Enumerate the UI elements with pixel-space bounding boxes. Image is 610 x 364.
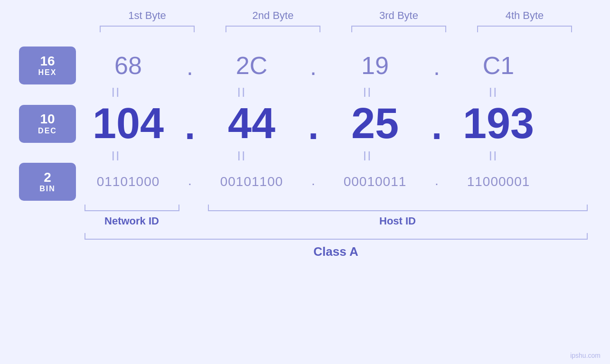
dec-base-name: DEC: [38, 127, 57, 135]
class-a-bracket: [84, 233, 588, 240]
eq1-1: ||: [69, 86, 164, 97]
dec-val-2: 44: [204, 99, 299, 148]
byte-headers: 1st Byte 2nd Byte 3rd Byte 4th Byte: [84, 9, 588, 22]
bin-val-1: 01101000: [81, 174, 176, 189]
dot-dec-1: .: [176, 103, 204, 145]
byte-label-4: 4th Byte: [472, 9, 577, 22]
host-bracket-container: [208, 205, 588, 211]
hex-val-3: 19: [328, 51, 422, 80]
eq2-2: ||: [195, 150, 290, 161]
dot-hex-1: .: [176, 51, 204, 81]
hex-val-1: 68: [81, 51, 176, 80]
eq1-3: ||: [320, 86, 415, 97]
hex-row: 16 HEX 68 . 2C . 19 . C1: [0, 47, 610, 84]
dec-val-1: 104: [81, 99, 176, 148]
byte-label-3: 3rd Byte: [347, 9, 451, 22]
dot-bin-2: .: [299, 173, 328, 191]
bin-base-name: BIN: [39, 185, 56, 193]
bracket-4: [477, 26, 572, 32]
dec-values: 104 . 44 . 25 . 193: [76, 99, 610, 148]
dec-row: 10 DEC 104 . 44 . 25 . 193: [0, 99, 610, 148]
hex-val-4: C1: [451, 51, 546, 80]
dot-dec-3: .: [422, 103, 451, 145]
dot-hex-2: .: [299, 51, 328, 81]
dec-base-number: 10: [40, 112, 55, 127]
hex-values: 68 . 2C . 19 . C1: [76, 51, 610, 81]
eq2-3: ||: [320, 150, 415, 161]
byte-label-2: 2nd Byte: [221, 9, 325, 22]
bin-row: 2 BIN 01101000 . 00101100 . 00010011 .: [0, 163, 610, 201]
eq2-1: ||: [69, 150, 164, 161]
bin-val-4: 11000001: [451, 174, 546, 189]
bin-val-3: 00010011: [328, 174, 422, 189]
network-bracket-container: [84, 205, 179, 211]
class-a-section: Class A: [84, 233, 588, 259]
hex-base-number: 16: [40, 54, 55, 69]
network-id-label: Network ID: [84, 215, 179, 227]
byte-label-1: 1st Byte: [95, 9, 199, 22]
equals-row-2: || || || ||: [54, 150, 557, 161]
dec-val-3: 25: [328, 99, 422, 148]
dec-val-4: 193: [451, 99, 546, 148]
eq1-4: ||: [446, 86, 541, 97]
dec-badge: 10 DEC: [19, 105, 76, 143]
top-brackets: [84, 26, 588, 32]
watermark: ipshu.com: [570, 352, 601, 359]
id-labels-row: Network ID Host ID: [84, 215, 588, 227]
host-id-label: Host ID: [208, 215, 588, 227]
bracket-2: [225, 26, 320, 32]
hex-badge: 16 HEX: [19, 47, 76, 84]
dot-dec-2: .: [299, 103, 328, 145]
bracket-1: [100, 26, 195, 32]
dot-hex-3: .: [422, 51, 451, 81]
host-id-bracket: [208, 205, 588, 211]
bin-base-number: 2: [44, 170, 51, 185]
dot-bin-3: .: [422, 173, 451, 191]
network-id-bracket: [84, 205, 179, 211]
bin-values: 01101000 . 00101100 . 00010011 . 1100000…: [76, 173, 610, 191]
dot-bin-1: .: [176, 173, 204, 191]
bin-badge: 2 BIN: [19, 163, 76, 201]
eq2-4: ||: [446, 150, 541, 161]
equals-row-1: || || || ||: [54, 86, 557, 97]
hex-base-name: HEX: [38, 68, 57, 77]
bin-val-2: 00101100: [204, 174, 299, 189]
bottom-bracket-row: [84, 205, 588, 211]
class-a-label: Class A: [84, 244, 588, 259]
hex-val-2: 2C: [204, 51, 299, 80]
id-label-spacer: [179, 215, 208, 227]
eq1-2: ||: [195, 86, 290, 97]
bracket-3: [351, 26, 446, 32]
main-container: 1st Byte 2nd Byte 3rd Byte 4th Byte 16 H…: [0, 0, 610, 364]
